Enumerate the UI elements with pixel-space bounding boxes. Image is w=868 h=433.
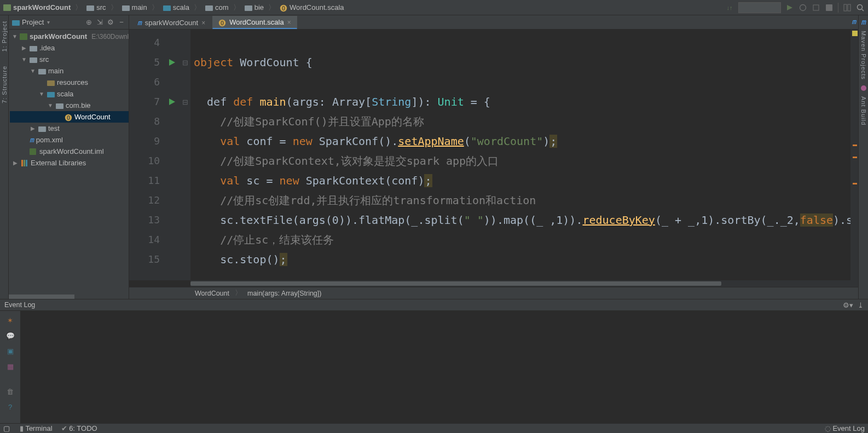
project-icon — [12, 19, 20, 26]
svg-rect-10 — [813, 5, 819, 10]
filter-icon[interactable]: ✶ — [5, 315, 15, 325]
breadcrumb-class[interactable]: WordCount — [195, 290, 229, 297]
expand-icon[interactable]: ▶ — [21, 45, 27, 51]
breadcrumb-src[interactable]: src — [86, 3, 106, 11]
project-tree[interactable]: ▼ sparkWordCount E:\360Downl ▶ .idea ▼ s… — [9, 30, 129, 295]
package-icon — [56, 102, 63, 109]
editor-body[interactable]: 456 789 101112 131415 ⊟ ⊟ object WordCou… — [129, 30, 858, 280]
tree-row-package[interactable]: ▼ com.bie — [10, 100, 129, 111]
svg-rect-13 — [848, 4, 850, 11]
project-structure-icon[interactable] — [843, 3, 852, 12]
breadcrumb-file[interactable]: O WordCount.scala — [280, 3, 344, 11]
tree-row-src[interactable]: ▼ src — [10, 54, 129, 65]
run-config-combo[interactable] — [738, 2, 781, 13]
ant-icon[interactable] — [860, 84, 867, 92]
hide-icon[interactable]: ⤓ — [858, 301, 864, 309]
search-icon[interactable] — [856, 3, 865, 12]
settings-icon[interactable]: ⚙▾ — [843, 301, 853, 309]
stop-icon[interactable] — [825, 3, 834, 12]
breadcrumb-bie[interactable]: bie — [245, 3, 264, 11]
code-content[interactable]: object WordCount { def def main(args: Ar… — [190, 30, 850, 280]
toolwindow-tab-ant[interactable]: Ant Build — [860, 96, 867, 125]
editor-hscrollbar[interactable] — [190, 280, 858, 287]
toolwindow-tab-eventlog[interactable]: ◌ Event Log — [825, 424, 865, 432]
fold-icon[interactable]: ⊟ — [180, 53, 190, 72]
expand-icon[interactable]: ▼ — [21, 56, 27, 62]
mark-read-icon[interactable]: ▣ — [5, 346, 15, 356]
expand-icon[interactable]: ▶ — [30, 125, 36, 131]
svg-marker-8 — [787, 5, 792, 10]
tree-row-root[interactable]: ▼ sparkWordCount E:\360Downl — [10, 31, 129, 42]
expand-icon[interactable]: ▶ — [12, 160, 19, 166]
tree-row-idea[interactable]: ▶ .idea — [10, 42, 129, 54]
scala-object-icon: O — [280, 4, 287, 11]
context-icon[interactable]: ▦ — [5, 361, 15, 371]
run-gutter-icon[interactable] — [164, 53, 180, 72]
chevron-down-icon[interactable]: ▾ — [47, 19, 50, 25]
make-icon[interactable]: ↓↑ — [725, 3, 734, 12]
close-tab-icon[interactable]: × — [201, 19, 205, 27]
editor-tab-module[interactable]: m sparkWordCount × — [131, 16, 211, 29]
code-line: sc.stop(); — [194, 250, 850, 269]
coverage-icon[interactable] — [812, 3, 820, 12]
svg-text:O: O — [67, 114, 70, 120]
tree-row-external-libs[interactable]: ▶ External Libraries — [10, 157, 129, 169]
tree-row-test[interactable]: ▶ test — [10, 123, 129, 134]
folder-icon — [86, 4, 94, 11]
debug-icon[interactable] — [798, 3, 807, 12]
settings-icon[interactable]: ⚙ — [107, 19, 114, 26]
fold-icon[interactable]: ⊟ — [180, 92, 190, 112]
maven-icon[interactable]: m — [861, 18, 865, 26]
toolwindow-tab-terminal[interactable]: ▮ Terminal — [20, 424, 53, 432]
eventlog-content[interactable] — [21, 311, 868, 423]
project-panel-title: Project — [22, 18, 44, 26]
expand-icon[interactable]: ▼ — [30, 68, 36, 74]
warning-mark[interactable] — [853, 145, 857, 146]
tree-row-iml[interactable]: sparkWordCount.iml — [10, 146, 129, 157]
breadcrumb-main[interactable]: main — [122, 3, 147, 11]
warning-mark[interactable] — [853, 183, 857, 184]
editor-tab-wordcount[interactable]: O WordCount.scala × — [212, 16, 297, 29]
scroll-from-source-icon[interactable]: ⊕ — [85, 19, 92, 26]
trash-icon[interactable]: 🗑 — [5, 386, 15, 396]
close-tab-icon[interactable]: × — [287, 19, 291, 26]
tree-row-scala[interactable]: ▼ scala — [10, 88, 129, 100]
breadcrumb-scala[interactable]: scala — [163, 3, 189, 11]
svg-rect-0 — [3, 4, 11, 11]
tree-row-wordcount[interactable]: O WordCount — [10, 111, 129, 123]
hide-icon[interactable]: − — [118, 19, 125, 26]
module-file-icon — [30, 148, 37, 155]
code-line — [194, 33, 850, 53]
expand-icon[interactable]: ▼ — [47, 102, 54, 108]
breadcrumb-com[interactable]: com — [205, 3, 229, 11]
tree-row-resources[interactable]: resources — [10, 77, 129, 88]
svg-rect-16 — [12, 20, 20, 26]
tool-button-quick[interactable]: ▢ — [3, 424, 11, 432]
run-gutter-icon[interactable] — [164, 92, 180, 112]
balloon-icon[interactable]: 💬 — [5, 331, 15, 340]
project-panel-header: Project ▾ ⊕ ⇲ ⚙ − — [9, 15, 129, 30]
toolwindow-tab-todo[interactable]: ✔ 6: TODO — [61, 424, 97, 432]
eventlog-title[interactable]: Event Log — [4, 301, 35, 309]
left-toolwindow-stripe: 1: Project 7: Structure — [0, 15, 9, 299]
inspection-status-icon[interactable] — [852, 31, 858, 36]
toolwindow-tab-maven[interactable]: Maven Projects — [860, 31, 867, 80]
help-icon[interactable]: ? — [5, 402, 15, 412]
toolwindow-tab-project[interactable]: 1: Project — [1, 21, 8, 51]
run-icon[interactable] — [785, 3, 794, 12]
error-stripe[interactable] — [850, 30, 858, 280]
toolwindow-tab-structure[interactable]: 7: Structure — [1, 66, 8, 103]
tree-row-pom[interactable]: m pom.xml — [10, 134, 129, 146]
tree-row-main[interactable]: ▼ main — [10, 65, 129, 77]
expand-icon[interactable]: ▼ — [12, 33, 18, 39]
breadcrumb-root[interactable]: sparkWordCount — [3, 3, 71, 11]
collapse-all-icon[interactable]: ⇲ — [96, 19, 103, 26]
warning-mark[interactable] — [853, 157, 857, 158]
project-hscrollbar[interactable] — [9, 295, 129, 299]
expand-icon[interactable]: ▼ — [38, 91, 45, 97]
breadcrumb-method[interactable]: main(args: Array[String]) — [247, 290, 321, 297]
nav-right-tools: ↓↑ — [725, 2, 865, 13]
main-split: 1: Project 7: Structure Project ▾ ⊕ ⇲ ⚙ … — [0, 15, 868, 299]
eventlog-header: Event Log ⚙▾ ⤓ — [0, 299, 868, 311]
libraries-icon — [21, 160, 28, 166]
